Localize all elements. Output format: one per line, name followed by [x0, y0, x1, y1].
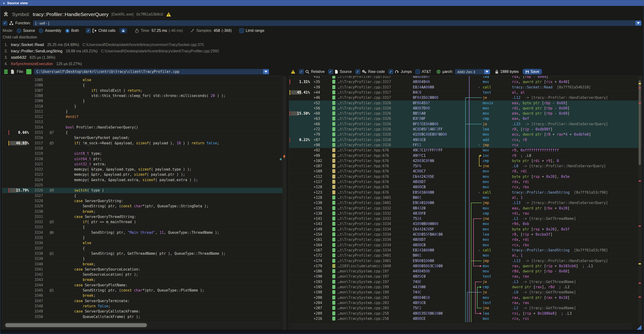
- source-line[interactable]: 0.66%3315@7{: [2, 130, 282, 135]
- source-line[interactable]: 3335 }: [2, 235, 282, 241]
- uarch-dropdown-arrow-icon[interactable]: [484, 70, 490, 74]
- asm-row[interactable]: +128…t\TracyProfiler.cpp:3401B001moval, …: [289, 195, 642, 200]
- source-line[interactable]: 3344 case ServerQueryPlotName:: [2, 283, 282, 288]
- source-line[interactable]: 3320 uint64_t ptr;: [2, 156, 282, 162]
- asm-row[interactable]: 15.50%+60…t\TracyProfiler.cpp:33268B55A0…: [289, 111, 642, 116]
- assembly-hscrollbar[interactable]: [290, 324, 632, 330]
- source-line[interactable]: 3336 else: [2, 240, 282, 246]
- source-line[interactable]: 3318: [2, 146, 282, 151]
- source-line[interactable]: 3330 break;: [2, 209, 282, 214]
- asm-row[interactable]: +117…t\TracyProfiler.hpp:676488BD7movrdx…: [289, 179, 642, 185]
- source-line[interactable]: 3305 else: [2, 77, 282, 83]
- att-checkbox[interactable]: [416, 69, 420, 74]
- source-line[interactable]: 3329 SendString( ptr, (const char*)ptr, …: [2, 203, 282, 209]
- asm-row[interactable]: +135…t\TracyProfiler.cpp:33328B4320movea…: [289, 206, 642, 211]
- radio-source[interactable]: [17, 28, 21, 33]
- asm-row[interactable]: +66…t\TracyProfiler.cpp:33260F87CE060000…: [289, 122, 642, 127]
- source-line[interactable]: 3322 memcpy( &type, &payload.type, sizeo…: [2, 167, 282, 172]
- asm-row[interactable]: +209…mon\TracySystem.cpp:258488D35E88610…: [289, 311, 642, 316]
- asm-row[interactable]: +138…t\TracyProfiler.cpp:3332483BF8cmprd…: [289, 211, 642, 216]
- source-line[interactable]: 3339 }: [2, 256, 282, 262]
- asm-row[interactable]: +161…t\TracyProfiler.cpp:3334488BD7movrd…: [289, 237, 642, 242]
- limit-range-checkbox[interactable]: [239, 28, 244, 33]
- asm-row[interactable]: +141…t\TracyProfiler.cpp:33327524jne.L1 …: [289, 216, 642, 221]
- asm-row[interactable]: +172…t\TracyProfiler.cpp:3401B001moval, …: [289, 253, 642, 258]
- source-line[interactable]: 3348 return false;: [2, 304, 282, 309]
- collapse-triangle-icon[interactable]: ▼: [2, 2, 5, 5]
- source-line[interactable]: 3332@3 if( ptr == m_mainThread ): [2, 219, 282, 225]
- file-dropdown-arrow-icon[interactable]: [263, 69, 269, 74]
- child-call-item[interactable]: 1. tracy::Socket::Read 25.25 ms (54.89%)…: [4, 42, 204, 47]
- function-dropdown-arrow-icon[interactable]: [636, 21, 641, 25]
- source-line[interactable]: 3345@1 SendString( ptr, (const char*)ptr…: [2, 288, 282, 293]
- asm-row[interactable]: +39…t\TracyProfiler.cpp:3317E824AA0000‹c…: [289, 85, 642, 90]
- asm-row[interactable]: +107…t\TracyProfiler.hpp:67675F6jne.L0 -…: [289, 164, 642, 169]
- source-line[interactable]: 3307 if( shouldExit ) return;: [2, 88, 282, 93]
- source-line[interactable]: 3327 {: [2, 193, 282, 199]
- raw-code-checkbox[interactable]: ✓: [356, 69, 360, 74]
- source-line[interactable]: 15.79%3326@9 switch( type ): [2, 188, 282, 193]
- source-line[interactable]: 3328 case ServerQueryString:: [2, 198, 282, 204]
- source-line[interactable]: 3341 case ServerQuerySourceLocation:: [2, 267, 282, 272]
- asm-row[interactable]: +63…t\TracyProfiler.cpp:332683F80Fcmpeax…: [289, 116, 642, 122]
- source-hscrollbar[interactable]: [3, 322, 280, 329]
- asm-row[interactable]: +149…t\TracyProfiler.cpp:3334C64424205Fm…: [289, 227, 642, 232]
- asm-row[interactable]: +102…t\TracyProfiler.hpp:67642803C0F00cm…: [289, 158, 642, 164]
- function-select[interactable]: [ - self - ]: [33, 20, 642, 26]
- source-line[interactable]: 3319 uint8_t type;: [2, 151, 282, 156]
- asm-row[interactable]: +174…t\TracyProfiler.cpp:3401E9B8010000j…: [289, 258, 642, 264]
- asm-row[interactable]: +90…t\TracyProfiler.cpp:3326FFE1‹jmprcx: [289, 143, 642, 148]
- source-checkbox[interactable]: ✓: [328, 69, 333, 74]
- asm-row[interactable]: +72…t\TracyProfiler.cpp:33264C8D05F146F2…: [289, 127, 642, 132]
- asm-row[interactable]: +190…mon\TracySystem.cpp:1974885C0testra…: [289, 274, 642, 279]
- source-line[interactable]: 3347 case ServerQueryTerminate:: [2, 298, 282, 304]
- source-line[interactable]: 3323 memcpy( &ptr, &payload.ptr, sizeof(…: [2, 172, 282, 177]
- asm-row[interactable]: 45.41%+44…t\TracyProfiler.cpp:331784C0te…: [289, 90, 642, 95]
- asm-row[interactable]: +79…t\TracyProfiler.cpp:3326418B8C80E0BF…: [289, 132, 642, 137]
- source-line[interactable]: 3346 break;: [2, 293, 282, 298]
- source-line[interactable]: 3324 memcpy( &extra, &payload.extra, siz…: [2, 177, 282, 183]
- source-line[interactable]: 3343 break;: [2, 277, 282, 283]
- asm-row[interactable]: +198…mon\TracySystem.cpp:199744Cje.L6 ->…: [289, 290, 642, 295]
- source-line[interactable]: 3316 ServerQueryPacket payload;: [2, 135, 282, 141]
- source-line[interactable]: 3310 }: [2, 104, 282, 109]
- file-select[interactable]: C:\Users\wolf\Desktop\darkrl\contrib\tra…: [34, 69, 270, 75]
- asm-row[interactable]: +143…t\TracyProfiler.cpp:333441B90B00000…: [289, 221, 642, 227]
- assembly-vscrollbar[interactable]: [638, 76, 642, 324]
- asm-row[interactable]: +92…t\TracyProfiler.hpp:67649C7C1FFFFFFF…: [289, 148, 642, 153]
- source-line[interactable]: 3313: [2, 119, 282, 125]
- relative-checkbox[interactable]: ✓: [299, 69, 304, 74]
- child-calls-checkbox[interactable]: ✓: [86, 28, 91, 33]
- asm-row[interactable]: +123…t\TracyProfiler.hpp:676E850160000‹c…: [289, 190, 642, 195]
- asm-row[interactable]: +179…1103\include\atomic:1048488B05B63C1…: [289, 263, 642, 269]
- source-line[interactable]: 3333 {: [2, 225, 282, 230]
- radio-both[interactable]: [65, 28, 70, 33]
- source-line[interactable]: 3340 break;: [2, 262, 282, 267]
- jumps-checkbox[interactable]: ✓: [388, 69, 393, 74]
- uarch-select[interactable]: AMD Zen 3: [454, 69, 490, 75]
- source-line[interactable]: 3312#endif: [2, 114, 282, 120]
- source-line[interactable]: 3325: [2, 182, 282, 188]
- child-call-item[interactable]: 4. KeSynchronizeExecution 125 µs (0.27%): [4, 61, 85, 66]
- asm-row[interactable]: +193…mon\TracySystem.cpp:197740Eje.L3 ->…: [289, 279, 642, 285]
- source-line[interactable]: 3314bool Profiler::HandleServerQuery(): [2, 125, 282, 130]
- asm-row[interactable]: 1.31%+35…t\TracyProfiler.cpp:3317488B494…: [289, 79, 642, 85]
- window-titlebar[interactable]: ▼Source view: [0, 0, 644, 6]
- asm-row[interactable]: +31…t\TracyProfiler.cpp:3317488D5597lear…: [289, 76, 642, 79]
- jump-up-button[interactable]: [119, 28, 127, 33]
- asm-row[interactable]: +109…t\TracyProfiler.hpp:6764C8BC7movr8,…: [289, 169, 642, 174]
- asm-row[interactable]: +195…mon\TracySystem.cpp:199443900cmpdwo…: [289, 285, 642, 290]
- child-call-item[interactable]: 3. stat64i32 625 µs (1.36%): [4, 55, 58, 60]
- asm-row[interactable]: +52…t\TracyProfiler.cpp:33260FB64597movz…: [289, 101, 642, 106]
- function-checkbox[interactable]: ✓: [2, 21, 7, 25]
- source-line[interactable]: 3342 SendSourceLocation( ptr );: [2, 272, 282, 277]
- asm-row[interactable]: +200…mon\TracySystem.cpp:203488B4010movr…: [289, 295, 642, 301]
- asm-row[interactable]: +216…mon\TracySystem.cpp:258488BCEmovrcx…: [289, 316, 642, 322]
- source-line[interactable]: 3308 std::this_thread::sleep_for( std::c…: [2, 93, 282, 99]
- radio-assembly[interactable]: [39, 28, 43, 33]
- asm-row[interactable]: +130…t\TracyProfiler.cpp:3401E9E4010000j…: [289, 200, 642, 206]
- asm-row[interactable]: +112…t\TracyProfiler.hpp:676C64424205Emo…: [289, 174, 642, 179]
- source-line[interactable]: 46.93%3317@5 if( !m_sock->Read( &payload…: [2, 141, 282, 146]
- source-line[interactable]: 3321 uint32_t extra;: [2, 162, 282, 167]
- resize-grip[interactable]: [637, 325, 642, 330]
